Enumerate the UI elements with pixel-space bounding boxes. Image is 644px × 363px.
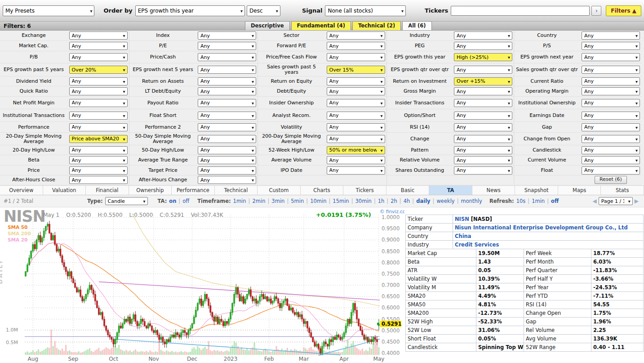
refresh-10s[interactable]: 10s: [516, 198, 526, 204]
chart-type-select[interactable]: Candle ▾: [105, 197, 148, 205]
filter-select-candlestick[interactable]: Any▾: [582, 146, 640, 154]
filter-select-change-from-open[interactable]: Any▾: [582, 135, 640, 143]
timeframe-5min[interactable]: 5min: [291, 198, 304, 204]
reset-filters-button[interactable]: Reset (6): [595, 176, 627, 184]
filter-select-rsi-14[interactable]: Any▾: [454, 123, 512, 131]
filter-select-institutional-ownership[interactable]: Any▾: [582, 99, 640, 107]
filter-select-50-day-simple-moving-average[interactable]: Any▾: [198, 135, 256, 143]
view-tab-overview[interactable]: Overview: [0, 186, 43, 195]
filter-select-p-e[interactable]: Any▾: [198, 42, 256, 50]
filter-select-ipo-date[interactable]: Any▾: [327, 166, 385, 175]
quote-link-country[interactable]: China: [455, 233, 471, 239]
filter-select-target-price[interactable]: Any▾: [198, 166, 256, 175]
filter-tab-all-6[interactable]: All (6): [402, 21, 431, 30]
ta-off[interactable]: off: [182, 198, 189, 204]
filter-select-gap[interactable]: Any▾: [582, 123, 640, 131]
filter-select-after-hours-change[interactable]: Any▾: [198, 176, 256, 184]
tickers-input[interactable]: [451, 6, 590, 16]
filter-select-quick-ratio[interactable]: Any▾: [69, 87, 128, 95]
filter-select-50-day-high-low[interactable]: Any▾: [198, 146, 256, 154]
signal-select[interactable]: None (all stocks) ▾: [325, 5, 406, 16]
view-tab-financial[interactable]: Financial: [86, 186, 129, 195]
filter-select-price[interactable]: Any▾: [69, 166, 128, 175]
filter-select-performance-2[interactable]: Any▾: [198, 123, 256, 131]
filter-select-eps-growth-this-year[interactable]: High (>25%)▾: [454, 53, 512, 61]
view-tab-ownership[interactable]: Ownership: [129, 186, 172, 195]
filter-select-net-profit-margin[interactable]: Any▾: [69, 99, 128, 107]
filter-select-52-week-high-low[interactable]: 50% or more below High▾: [327, 146, 385, 154]
filter-select-current-ratio[interactable]: Any▾: [582, 77, 640, 85]
filter-select-average-true-range[interactable]: Any▾: [198, 156, 256, 164]
quote-link-industry[interactable]: Credit Services: [455, 242, 499, 248]
view-tab-valuation[interactable]: Valuation: [43, 186, 86, 195]
view-tab-tickers[interactable]: Tickers: [343, 186, 386, 195]
view-tab-charts[interactable]: Charts: [301, 186, 344, 195]
timeframe-2min[interactable]: 2min: [252, 198, 265, 204]
timeframe-monthly[interactable]: monthly: [461, 198, 482, 204]
filter-select-earnings-date[interactable]: Any▾: [582, 112, 640, 120]
filter-select-payout-ratio[interactable]: Any▾: [198, 99, 256, 107]
filter-select-index[interactable]: Any▾: [198, 31, 256, 40]
timeframe-3min[interactable]: 3min: [271, 198, 284, 204]
filter-select-pattern[interactable]: Any▾: [454, 146, 512, 154]
order-by-select[interactable]: EPS growth this year ▾: [135, 5, 245, 16]
filter-select-eps-growth-past-5-years[interactable]: Over 20%▾: [69, 66, 128, 74]
page-select[interactable]: Page 1 / 1 ▾: [599, 197, 633, 205]
filter-select-forward-p-e[interactable]: Any▾: [327, 42, 385, 50]
filter-select-analyst-recom[interactable]: Any▾: [327, 112, 385, 120]
filter-select-float-short[interactable]: Any▾: [198, 112, 256, 120]
filter-select-price-cash[interactable]: Any▾: [198, 53, 256, 61]
timeframe-10min[interactable]: 10min: [310, 198, 326, 204]
view-tab-performance[interactable]: Performance: [172, 186, 215, 195]
timeframe-4h[interactable]: 4h: [404, 198, 410, 204]
timeframe-2h[interactable]: 2h: [391, 198, 397, 204]
filter-select-operating-margin[interactable]: Any▾: [582, 87, 640, 95]
filter-select-eps-growth-next-year[interactable]: Any▾: [582, 53, 640, 61]
filter-select-industry[interactable]: Any▾: [454, 31, 512, 40]
filter-select-eps-growth-next-5-years[interactable]: Any▾: [198, 66, 256, 74]
filter-select-20-day-high-low[interactable]: Any▾: [69, 146, 128, 154]
filter-select-return-on-assets[interactable]: Any▾: [198, 77, 256, 85]
filter-select-price-free-cash-flow[interactable]: Any▾: [327, 53, 385, 61]
view-tab-basic[interactable]: Basic: [386, 186, 430, 195]
filter-tab-technical-2[interactable]: Technical (2): [352, 21, 401, 30]
view-tab-stats[interactable]: Stats: [601, 186, 644, 195]
filter-select-option-short[interactable]: Any▾: [454, 112, 512, 120]
filter-select-after-hours-close[interactable]: Any▾: [69, 176, 128, 184]
filter-select-shares-outstanding[interactable]: Any▾: [454, 166, 512, 175]
filter-select-exchange[interactable]: Any▾: [69, 31, 128, 40]
filter-select-20-day-simple-moving-average[interactable]: Price above SMA20▾: [69, 135, 128, 143]
filter-select-p-s[interactable]: Any▾: [582, 42, 640, 50]
filter-select-market-cap[interactable]: Any▾: [69, 42, 128, 50]
filter-select-return-on-investment[interactable]: Over +15%▾: [454, 77, 512, 85]
view-tab-maps[interactable]: Maps: [558, 186, 601, 195]
timeframe-daily[interactable]: daily: [416, 198, 430, 204]
filter-select-eps-growth-qtr-over-qtr[interactable]: Any▾: [454, 66, 512, 74]
filter-select-country[interactable]: Any▾: [582, 31, 640, 40]
filter-select-dividend-yield[interactable]: Any▾: [69, 77, 128, 85]
view-tab-technical[interactable]: Technical: [215, 186, 258, 195]
filter-tab-descriptive[interactable]: Descriptive: [245, 21, 290, 30]
filter-select-debt-equity[interactable]: Any▾: [327, 87, 385, 95]
view-tab-snapshot[interactable]: Snapshot: [515, 186, 558, 195]
filter-tab-fundamental-4[interactable]: Fundamental (4): [291, 21, 351, 30]
filter-select-beta[interactable]: Any▾: [69, 156, 128, 164]
filter-select-volatility[interactable]: Any▾: [327, 123, 385, 131]
quote-link-company[interactable]: Nisun International Enterprise Developme…: [455, 224, 628, 231]
filter-select-p-b[interactable]: Any▾: [69, 53, 128, 61]
ta-on[interactable]: on: [169, 198, 176, 204]
timeframe-1h[interactable]: 1h: [378, 198, 385, 204]
filter-select-insider-transactions[interactable]: Any▾: [454, 99, 512, 107]
refresh-off[interactable]: off: [551, 198, 559, 204]
timeframe-weekly[interactable]: weekly: [436, 198, 454, 204]
filter-select-lt-debt-equity[interactable]: Any▾: [198, 87, 256, 95]
filter-select-sales-growth-qtr-over-qtr[interactable]: Any▾: [582, 66, 640, 74]
filter-select-sector[interactable]: Any▾: [327, 31, 385, 40]
filter-select-gross-margin[interactable]: Any▾: [454, 87, 512, 95]
filter-select-return-on-equity[interactable]: Any▾: [327, 77, 385, 85]
quote-link-ticker[interactable]: NISN: [455, 216, 469, 222]
filter-select-relative-volume[interactable]: Any▾: [454, 156, 512, 164]
filter-select-float[interactable]: Any▾: [582, 166, 640, 175]
timeframe-15min[interactable]: 15min: [333, 198, 349, 204]
filter-select-performance[interactable]: Any▾: [69, 123, 128, 131]
